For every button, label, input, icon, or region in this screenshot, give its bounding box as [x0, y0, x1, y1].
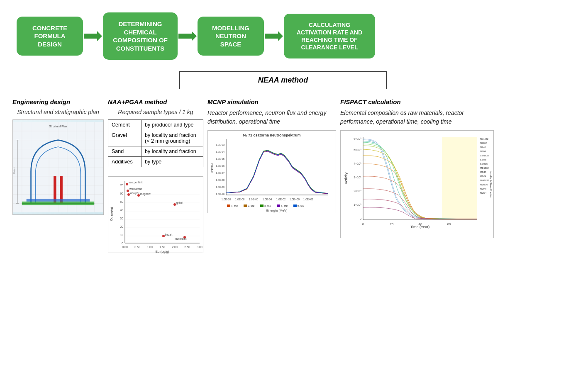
table-row: Sandby locality and fraction — [108, 146, 203, 157]
svg-text:1×10⁵: 1×10⁵ — [354, 203, 361, 206]
svg-text:3. tok: 3. tok — [264, 205, 271, 207]
svg-text:20: 20 — [390, 222, 394, 226]
svg-marker-1 — [178, 31, 197, 41]
svg-text:30: 30 — [120, 217, 123, 220]
flow-arrow-3 — [264, 30, 284, 42]
svg-text:NE48: NE48 — [480, 146, 486, 149]
svg-rect-26 — [22, 202, 94, 205]
svg-rect-96 — [260, 205, 263, 207]
flow-arrow-1 — [83, 30, 103, 42]
spec-cell: by locality and fraction (< 2 mm groundi… — [142, 130, 203, 146]
svg-text:Structural Plan: Structural Plan — [49, 125, 67, 128]
svg-text:NE1632: NE1632 — [480, 138, 488, 140]
svg-text:1.0E+02: 1.0E+02 — [303, 198, 314, 201]
svg-text:3×10⁵: 3×10⁵ — [354, 176, 361, 179]
svg-text:2.50: 2.50 — [184, 246, 190, 248]
flow-box-1: CONCRETE FORMULA DESIGN — [17, 17, 83, 56]
svg-text:40: 40 — [419, 222, 422, 226]
svg-text:1.00: 1.00 — [147, 246, 153, 248]
svg-text:gránit: gránit — [176, 201, 183, 205]
svg-text:wollastonit: wollastonit — [129, 187, 142, 190]
svg-text:NW816: NW816 — [480, 183, 488, 186]
svg-text:5. tok: 5. tok — [298, 205, 305, 207]
svg-text:szerpentinit: szerpentinit — [129, 181, 142, 184]
svg-text:1.0E-06: 1.0E-06 — [216, 165, 225, 167]
svg-text:№ 71 csatorna neutronspektrum: № 71 csatorna neutronspektrum — [243, 133, 300, 137]
svg-text:2. tok: 2. tok — [248, 205, 255, 207]
sample-table: Cementby producer and typeGravelby local… — [108, 119, 203, 167]
scatter-chart: 0 10 20 30 40 50 60 70 0.00 0.50 1.00 1.… — [108, 176, 203, 253]
svg-text:NE04: NE04 — [480, 150, 486, 153]
svg-text:3.00: 3.00 — [197, 246, 202, 248]
svg-text:1.0E-07: 1.0E-07 — [216, 172, 225, 174]
svg-text:Co (μg/g): Co (μg/g) — [110, 207, 113, 221]
structural-plan: Structural Plan Height — [12, 119, 104, 215]
col-naa-subtitle: Required sample types / 1 kg — [108, 109, 203, 115]
svg-marker-2 — [265, 31, 283, 41]
svg-text:1. tok: 1. tok — [231, 205, 238, 207]
material-cell: Gravel — [108, 130, 142, 146]
table-row: Cementby producer and type — [108, 120, 203, 130]
col-mcnp-desc: Reactor performance, neutron flux and en… — [207, 109, 336, 126]
arch-svg: Structural Plan Height — [13, 120, 103, 214]
svg-text:5×10⁵: 5×10⁵ — [354, 149, 361, 151]
svg-rect-98 — [277, 205, 280, 207]
svg-text:60: 60 — [447, 222, 451, 226]
table-row: Gravelby locality and fraction (< 2 mm g… — [108, 130, 203, 146]
col-mcnp-title: MCNP simulation — [207, 98, 259, 105]
spec-cell: by producer and type — [142, 120, 203, 130]
svg-rect-71 — [210, 131, 334, 214]
svg-text:MD48: MD48 — [480, 171, 486, 173]
svg-text:NW1632: NW1632 — [480, 179, 489, 182]
svg-text:1.0E-09: 1.0E-09 — [216, 186, 225, 188]
svg-text:Locality & Sieve Fraction: Locality & Sieve Fraction — [490, 171, 492, 198]
svg-text:4. tok: 4. tok — [281, 205, 288, 207]
col-fispact-desc: Elemental composition os raw materials, … — [340, 109, 494, 126]
svg-text:1.0E-08: 1.0E-08 — [216, 179, 225, 181]
svg-text:0: 0 — [360, 217, 361, 220]
svg-text:1.0E-04: 1.0E-04 — [216, 151, 225, 153]
main-content: Engineering design Structural and strati… — [8, 98, 558, 253]
svg-text:10: 10 — [120, 234, 123, 236]
svg-point-59 — [127, 190, 129, 192]
svg-text:1.0E-03: 1.0E-03 — [216, 144, 225, 146]
svg-text:1.0E-10: 1.0E-10 — [222, 198, 231, 201]
svg-text:20: 20 — [120, 225, 123, 228]
svg-text:bazalt: bazalt — [165, 233, 173, 236]
svg-text:6×10⁵: 6×10⁵ — [354, 137, 361, 140]
svg-text:magnezit: magnezit — [140, 192, 151, 196]
scatter-svg: 0 10 20 30 40 50 60 70 0.00 0.50 1.00 1.… — [108, 177, 204, 253]
svg-text:SW816: SW816 — [480, 163, 488, 165]
col-engineering: Engineering design Structural and strati… — [12, 98, 104, 218]
svg-text:Energia [MeV]: Energia [MeV] — [266, 209, 288, 212]
svg-text:40: 40 — [120, 209, 123, 212]
svg-text:2.00: 2.00 — [172, 246, 178, 248]
col-fispact-title: FISPACT calculation — [340, 98, 401, 105]
svg-text:Eu (μg/g): Eu (μg/g) — [155, 250, 169, 253]
col-fispact: FISPACT calculation Elemental compositio… — [340, 98, 494, 238]
svg-text:Activity: Activity — [344, 172, 348, 184]
svg-point-61 — [127, 193, 130, 196]
material-cell: Sand — [108, 146, 142, 157]
spec-cell: by locality and fraction — [142, 146, 203, 157]
svg-text:NW04: NW04 — [480, 192, 486, 194]
svg-point-65 — [173, 203, 176, 206]
spec-cell: by type — [142, 157, 203, 167]
svg-rect-103 — [442, 137, 477, 220]
svg-text:0: 0 — [122, 242, 123, 245]
svg-point-67 — [162, 235, 165, 237]
svg-text:1.0E-04: 1.0E-04 — [263, 198, 272, 201]
flow-arrow-2 — [178, 30, 198, 42]
neaa-section: NEAA method — [8, 71, 558, 89]
neutron-svg: № 71 csatorna neutronspektrum dΦ/du Ener… — [208, 131, 336, 214]
svg-text:NW48: NW48 — [480, 187, 486, 190]
flow-box-3: MODELLING NEUTRON SPACE — [198, 17, 264, 56]
col-engineering-subtitle: Structural and stratigraphic plan — [12, 109, 104, 115]
col-mcnp: MCNP simulation Reactor performance, neu… — [207, 98, 336, 217]
svg-text:Height: Height — [13, 167, 15, 174]
table-row: Additivesby type — [108, 157, 203, 167]
svg-text:1.0E+00: 1.0E+00 — [290, 198, 300, 201]
neaa-box: NEAA method — [179, 71, 387, 89]
flow-section: CONCRETE FORMULA DESIGN DETERMINING CHEM… — [8, 8, 558, 64]
svg-rect-25 — [27, 199, 90, 202]
